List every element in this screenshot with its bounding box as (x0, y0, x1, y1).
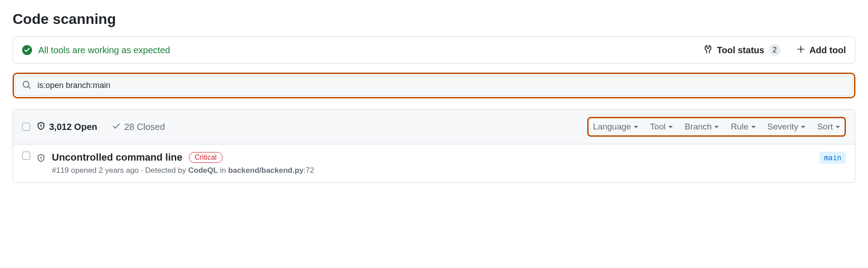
filter-tool[interactable]: Tool (650, 122, 673, 132)
search-box[interactable] (15, 75, 853, 96)
plus-icon (797, 45, 805, 55)
tool-status-link[interactable]: Tool status 2 (704, 44, 781, 56)
add-tool-label: Add tool (809, 45, 846, 55)
filters-highlight: Language Tool Branch Rule Severity Sort (587, 117, 846, 137)
search-icon (22, 80, 31, 91)
closed-tab[interactable]: 28 Closed (112, 121, 165, 133)
closed-count-label: 28 Closed (124, 122, 165, 132)
page-title: Code scanning (13, 11, 855, 28)
caret-down-icon (836, 126, 840, 128)
filter-language[interactable]: Language (593, 122, 639, 132)
shield-alert-icon (37, 121, 46, 133)
caret-down-icon (714, 126, 719, 128)
search-highlight (13, 73, 855, 98)
tool-status-label: Tool status (717, 45, 764, 55)
filter-branch[interactable]: Branch (685, 122, 719, 132)
caret-down-icon (751, 126, 756, 128)
filter-severity[interactable]: Severity (767, 122, 806, 132)
filter-sort[interactable]: Sort (817, 122, 840, 132)
caret-down-icon (668, 126, 673, 128)
alert-title: Uncontrolled command line (52, 152, 183, 163)
tools-icon (704, 45, 713, 56)
check-icon (112, 121, 121, 133)
check-circle-icon (22, 45, 32, 55)
shield-alert-icon (37, 153, 46, 164)
tool-status-count: 2 (769, 44, 781, 56)
search-input[interactable] (37, 80, 846, 91)
alert-row[interactable]: Uncontrolled command line Critical #119 … (13, 144, 855, 182)
row-checkbox[interactable] (22, 152, 30, 160)
filter-rule[interactable]: Rule (731, 122, 755, 132)
status-bar: All tools are working as expected Tool s… (13, 37, 855, 64)
list-header: 3,012 Open 28 Closed Language Tool Branc… (13, 110, 855, 144)
open-count-label: 3,012 Open (49, 122, 97, 132)
add-tool-button[interactable]: Add tool (797, 45, 846, 55)
alert-meta: #119 opened 2 years ago · Detected by Co… (52, 166, 813, 175)
open-tab[interactable]: 3,012 Open (37, 121, 97, 133)
select-all-checkbox[interactable] (22, 123, 30, 131)
status-message: All tools are working as expected (38, 45, 170, 55)
branch-badge: main (819, 152, 846, 164)
caret-down-icon (634, 126, 638, 128)
alerts-list: 3,012 Open 28 Closed Language Tool Branc… (13, 109, 855, 183)
caret-down-icon (801, 126, 805, 128)
severity-badge: Critical (189, 152, 223, 163)
